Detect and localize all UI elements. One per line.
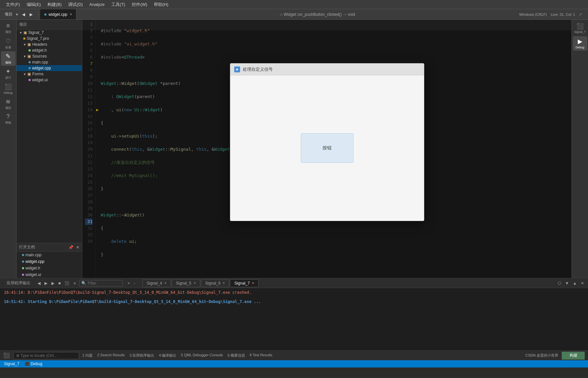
filter-input[interactable] xyxy=(88,281,121,286)
sidebar-item-edit[interactable]: ✎ 编辑 xyxy=(1,51,15,66)
expand-icon: ⤢ xyxy=(579,12,582,16)
tab-widget-cpp-close[interactable]: ✕ xyxy=(70,13,72,16)
sidebar-label-projects: 项目 xyxy=(5,106,11,110)
sidebar-item-design[interactable]: ✦ 设计 xyxy=(1,66,15,81)
tree-item-sources[interactable]: ▼ ▣ Sources xyxy=(16,53,82,59)
menu-help[interactable]: 帮助(H) xyxy=(151,0,172,9)
open-docs-title: 打开文档 xyxy=(19,244,35,250)
tree-arrow-signal7: ▼ xyxy=(19,31,22,35)
subtab-signal7-close[interactable]: ✕ xyxy=(252,281,254,285)
output-float-btn[interactable]: ⬡ xyxy=(556,280,562,286)
output-filter: 🔍 xyxy=(79,280,123,287)
menu-edit[interactable]: 编辑(E) xyxy=(23,0,44,9)
h-file-icon-widget: ■ xyxy=(28,48,31,53)
project-icon: ≡ xyxy=(6,22,10,29)
tree-item-widgetui[interactable]: ■ widget.ui xyxy=(16,77,82,83)
output-btn-run[interactable]: ▶ xyxy=(50,280,56,286)
status-tests[interactable]: 8 Test Results xyxy=(250,353,272,358)
output-sub-tabs: Signal_4 ✕ Signal_5 ✕ Signal_6 ✕ Signal_… xyxy=(142,279,259,287)
sidebar-item-debug[interactable]: ⬛ Debug xyxy=(1,82,15,96)
tree-label-pro: Signal_7.pro xyxy=(27,36,49,41)
output-close-btn[interactable]: ✕ xyxy=(579,280,585,286)
toolbar-back-btn[interactable]: ◀ xyxy=(20,11,27,18)
subtab-signal6-close[interactable]: ✕ xyxy=(222,281,225,285)
tree-item-signal7[interactable]: ▼ ▣ Signal_7 xyxy=(16,30,82,36)
menu-tools[interactable]: 工具(T) xyxy=(108,0,129,9)
status-problems[interactable]: 1 问题 xyxy=(82,353,93,358)
statusbar-debug[interactable]: ⬛ Debug xyxy=(25,362,42,366)
toolbar-forward-btn[interactable]: ▶ xyxy=(28,11,35,18)
output-subtab-signal6[interactable]: Signal_6 ✕ xyxy=(201,279,230,287)
output-btn-prev[interactable]: ◀ xyxy=(36,280,42,286)
tree-item-pro[interactable]: ■ Signal_7.pro xyxy=(16,36,82,41)
build-button[interactable]: 构建 xyxy=(562,352,585,360)
subtab-signal5-close[interactable]: ✕ xyxy=(193,281,196,285)
help-icon: ? xyxy=(6,113,10,120)
output-btn-wrap[interactable]: ≡ xyxy=(72,280,77,286)
menu-file[interactable]: 文件(F) xyxy=(3,0,23,9)
output-collapse-btn[interactable]: - xyxy=(132,280,136,286)
csdn-label: CSDN 皮蛋的小世界 xyxy=(525,353,558,358)
output-minimize-btn[interactable]: ▼ xyxy=(564,280,570,286)
tab-widget-cpp-label: widget.cpp xyxy=(48,12,67,17)
dialog: ■ 处理自定义信号 按钮 xyxy=(230,63,424,221)
tree-item-widgetcpp[interactable]: ■ widget.cpp xyxy=(16,65,82,71)
output-maximize-btn[interactable]: ▲ xyxy=(572,280,578,286)
output-line-start: 16:51:42: Starting D:\PiDanFile\PiDanQT\… xyxy=(4,299,584,304)
sidebar-item-welcome[interactable]: ♡ 欢迎 xyxy=(1,36,15,51)
tab-widget-cpp[interactable]: ■ widget.cpp ✕ xyxy=(40,9,76,19)
editor-area[interactable]: 1234 5678 910111213 1415161718 192021222… xyxy=(82,20,572,278)
open-doc-maincpp[interactable]: ■ main.cpp xyxy=(16,252,82,258)
sidebar-item-project[interactable]: ≡ 项目 xyxy=(1,21,15,36)
tree-item-forms[interactable]: ▼ ▣ Forms xyxy=(16,71,82,77)
status-compile[interactable]: 4 编译输出 xyxy=(159,353,176,358)
rs-item-signal7[interactable]: ⬛ Signal_7 xyxy=(573,21,587,36)
open-doc-widgeth[interactable]: ■ widget.h xyxy=(16,265,82,271)
tree-item-headers[interactable]: ▼ ▣ Headers xyxy=(16,41,82,47)
menu-debug[interactable]: 调试(D) xyxy=(65,0,86,9)
output-expand-btn[interactable]: + xyxy=(126,280,131,286)
status-summary[interactable]: 6 概要信息 xyxy=(228,353,245,358)
locate-input[interactable] xyxy=(13,352,79,359)
secondary-toolbar: 项目 ▼ ◀ ▶ ■ widget.cpp ✕ ∩ Widget::on_pus… xyxy=(0,9,588,20)
output-subtab-signal4[interactable]: Signal_4 ✕ xyxy=(142,279,171,287)
status-qml[interactable]: 5 QML Debugger Console xyxy=(181,353,223,358)
output-line-blank xyxy=(4,295,584,299)
open-doc-widgetcpp[interactable]: ■ widget.cpp xyxy=(16,258,82,265)
menu-controls[interactable]: 控件(W) xyxy=(128,0,151,9)
output-subtab-signal7[interactable]: Signal_7 ✕ xyxy=(230,279,259,287)
statusbar-signal7[interactable]: Signal_7 xyxy=(4,362,19,366)
sidebar-label-welcome: 欢迎 xyxy=(5,45,11,50)
dialog-button[interactable]: 按钮 xyxy=(301,133,353,163)
tree-label-forms: Forms xyxy=(32,72,43,76)
filter-icon: 🔍 xyxy=(81,281,86,286)
sidebar-item-projects[interactable]: ≋ 项目 xyxy=(1,97,15,111)
tree-item-maincpp[interactable]: ■ main.cpp xyxy=(16,59,82,65)
status-output[interactable]: 3 应用程序输出 xyxy=(129,353,154,358)
sidebar-label-debug: Debug xyxy=(4,91,13,94)
breadcrumb-function: ∩ Widget::on_pushButton_clicked() → void xyxy=(280,12,355,17)
menu-analyze[interactable]: Analyze xyxy=(86,1,108,8)
sidebar-label-help: 帮助 xyxy=(5,121,11,125)
rs-item-debug[interactable]: ▶ Debug xyxy=(573,36,587,51)
output-btn-clear[interactable]: ⬛ xyxy=(63,280,71,286)
output-tab-app[interactable]: 应用程序输出 xyxy=(3,279,34,287)
output-btn-next[interactable]: ▶ xyxy=(43,280,49,286)
status-search[interactable]: 2 Search Results xyxy=(97,353,125,358)
dialog-icon-text: ■ xyxy=(236,67,238,71)
sidebar-label-project: 项目 xyxy=(5,30,11,34)
doc-cpp-icon-main: ■ xyxy=(22,253,24,257)
output-btn-stop[interactable]: ■ xyxy=(57,280,62,286)
open-docs-close[interactable]: ✕ xyxy=(76,245,79,250)
folder-icon-signal7: ▣ xyxy=(23,30,27,35)
doc-cpp-icon-widget: ■ xyxy=(22,259,24,264)
menu-build[interactable]: 构建(B) xyxy=(44,0,65,9)
output-content: 16:41:14: D:\PiDanFile\PiDanQT\build-Sig… xyxy=(0,288,588,350)
debug-icon: ⬛ xyxy=(5,83,12,90)
subtab-signal4-close[interactable]: ✕ xyxy=(164,281,167,285)
tree-item-widgeth[interactable]: ■ widget.h xyxy=(16,47,82,53)
output-subtab-signal5[interactable]: Signal_5 ✕ xyxy=(172,279,200,287)
open-doc-widgetui[interactable]: ■ widget.ui xyxy=(16,271,82,278)
sidebar-item-help[interactable]: ? 帮助 xyxy=(1,112,15,126)
open-docs-pin[interactable]: 📌 xyxy=(69,245,73,250)
